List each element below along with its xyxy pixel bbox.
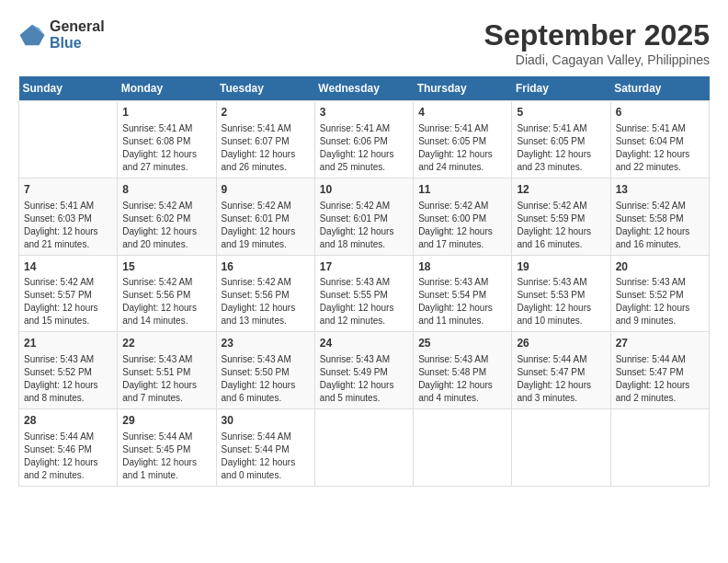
day-info: Sunrise: 5:43 AMSunset: 5:52 PMDaylight:… <box>24 353 112 405</box>
day-number: 6 <box>616 105 704 121</box>
calendar-week-1: 1Sunrise: 5:41 AMSunset: 6:08 PMDaylight… <box>19 101 710 178</box>
day-info: Sunrise: 5:41 AMSunset: 6:08 PMDaylight:… <box>122 122 210 174</box>
calendar-title: September 2025 <box>484 18 710 52</box>
day-number: 2 <box>222 105 310 121</box>
day-info: Sunrise: 5:42 AMSunset: 5:57 PMDaylight:… <box>24 276 112 327</box>
day-number: 23 <box>222 336 310 351</box>
calendar-cell: 25Sunrise: 5:43 AMSunset: 5:48 PMDayligh… <box>414 332 512 409</box>
day-number: 12 <box>517 182 605 198</box>
day-number: 17 <box>320 259 408 275</box>
calendar-week-5: 28Sunrise: 5:44 AMSunset: 5:46 PMDayligh… <box>19 409 710 487</box>
logo-icon <box>18 21 46 49</box>
calendar-cell: 9Sunrise: 5:42 AMSunset: 6:01 PMDaylight… <box>216 178 314 255</box>
calendar-cell <box>512 409 610 487</box>
calendar-cell: 7Sunrise: 5:41 AMSunset: 6:03 PMDaylight… <box>19 178 118 255</box>
day-info: Sunrise: 5:42 AMSunset: 5:56 PMDaylight:… <box>122 276 210 327</box>
logo-text: General Blue <box>50 18 105 51</box>
day-number: 19 <box>517 259 605 275</box>
day-info: Sunrise: 5:41 AMSunset: 6:05 PMDaylight:… <box>418 122 506 174</box>
day-number: 14 <box>24 259 112 275</box>
title-section: September 2025 Diadi, Cagayan Valley, Ph… <box>484 18 710 67</box>
day-number: 21 <box>24 336 112 351</box>
calendar-cell: 2Sunrise: 5:41 AMSunset: 6:07 PMDaylight… <box>216 101 314 178</box>
day-info: Sunrise: 5:43 AMSunset: 5:54 PMDaylight:… <box>418 276 506 327</box>
day-number: 4 <box>418 105 506 121</box>
header-saturday: Saturday <box>610 76 709 101</box>
calendar-cell: 22Sunrise: 5:43 AMSunset: 5:51 PMDayligh… <box>118 332 216 409</box>
calendar-body: 1Sunrise: 5:41 AMSunset: 6:08 PMDaylight… <box>19 101 710 487</box>
day-info: Sunrise: 5:43 AMSunset: 5:52 PMDaylight:… <box>616 276 704 327</box>
calendar-cell: 20Sunrise: 5:43 AMSunset: 5:52 PMDayligh… <box>610 255 709 332</box>
day-number: 13 <box>616 182 704 198</box>
calendar-cell: 4Sunrise: 5:41 AMSunset: 6:05 PMDaylight… <box>414 101 512 178</box>
calendar-cell: 29Sunrise: 5:44 AMSunset: 5:45 PMDayligh… <box>118 409 216 487</box>
day-number: 27 <box>616 336 704 351</box>
calendar-cell: 14Sunrise: 5:42 AMSunset: 5:57 PMDayligh… <box>19 255 118 332</box>
day-number: 28 <box>24 413 112 429</box>
calendar-cell <box>314 409 413 487</box>
calendar-cell: 11Sunrise: 5:42 AMSunset: 6:00 PMDayligh… <box>414 178 512 255</box>
day-number: 26 <box>517 336 605 351</box>
day-info: Sunrise: 5:44 AMSunset: 5:44 PMDaylight:… <box>222 431 310 482</box>
calendar-cell: 19Sunrise: 5:43 AMSunset: 5:53 PMDayligh… <box>512 255 610 332</box>
calendar-week-2: 7Sunrise: 5:41 AMSunset: 6:03 PMDaylight… <box>19 178 710 255</box>
calendar-cell <box>19 101 118 178</box>
day-info: Sunrise: 5:42 AMSunset: 6:00 PMDaylight:… <box>418 200 506 251</box>
header: General Blue September 2025 Diadi, Cagay… <box>18 18 710 67</box>
day-number: 22 <box>122 336 210 351</box>
day-info: Sunrise: 5:43 AMSunset: 5:49 PMDaylight:… <box>320 353 408 405</box>
header-wednesday: Wednesday <box>314 76 413 101</box>
calendar-cell: 17Sunrise: 5:43 AMSunset: 5:55 PMDayligh… <box>314 255 413 332</box>
header-row: Sunday Monday Tuesday Wednesday Thursday… <box>19 76 710 101</box>
calendar-cell: 24Sunrise: 5:43 AMSunset: 5:49 PMDayligh… <box>314 332 413 409</box>
day-number: 15 <box>122 259 210 275</box>
calendar-subtitle: Diadi, Cagayan Valley, Philippines <box>484 52 710 67</box>
day-number: 16 <box>222 259 310 275</box>
calendar-cell: 10Sunrise: 5:42 AMSunset: 6:01 PMDayligh… <box>314 178 413 255</box>
day-info: Sunrise: 5:41 AMSunset: 6:06 PMDaylight:… <box>320 122 408 174</box>
day-info: Sunrise: 5:43 AMSunset: 5:48 PMDaylight:… <box>418 353 506 405</box>
day-info: Sunrise: 5:44 AMSunset: 5:47 PMDaylight:… <box>616 353 704 405</box>
calendar-cell: 23Sunrise: 5:43 AMSunset: 5:50 PMDayligh… <box>216 332 314 409</box>
day-number: 9 <box>222 182 310 198</box>
calendar-cell: 21Sunrise: 5:43 AMSunset: 5:52 PMDayligh… <box>19 332 118 409</box>
calendar-table: Sunday Monday Tuesday Wednesday Thursday… <box>18 76 710 487</box>
header-monday: Monday <box>118 76 216 101</box>
calendar-cell: 6Sunrise: 5:41 AMSunset: 6:04 PMDaylight… <box>610 101 709 178</box>
day-number: 20 <box>616 259 704 275</box>
day-number: 7 <box>24 182 112 198</box>
day-info: Sunrise: 5:43 AMSunset: 5:55 PMDaylight:… <box>320 276 408 327</box>
calendar-cell: 15Sunrise: 5:42 AMSunset: 5:56 PMDayligh… <box>118 255 216 332</box>
day-info: Sunrise: 5:42 AMSunset: 6:01 PMDaylight:… <box>222 200 310 251</box>
day-info: Sunrise: 5:42 AMSunset: 5:56 PMDaylight:… <box>222 276 310 327</box>
logo: General Blue <box>18 18 105 51</box>
header-thursday: Thursday <box>414 76 512 101</box>
day-info: Sunrise: 5:44 AMSunset: 5:45 PMDaylight:… <box>122 431 210 482</box>
day-info: Sunrise: 5:41 AMSunset: 6:05 PMDaylight:… <box>517 122 605 174</box>
day-info: Sunrise: 5:43 AMSunset: 5:51 PMDaylight:… <box>122 353 210 405</box>
calendar-cell: 8Sunrise: 5:42 AMSunset: 6:02 PMDaylight… <box>118 178 216 255</box>
calendar-cell: 28Sunrise: 5:44 AMSunset: 5:46 PMDayligh… <box>19 409 118 487</box>
logo-blue-text: Blue <box>50 35 105 52</box>
day-number: 18 <box>418 259 506 275</box>
day-number: 10 <box>320 182 408 198</box>
calendar-week-3: 14Sunrise: 5:42 AMSunset: 5:57 PMDayligh… <box>19 255 710 332</box>
calendar-week-4: 21Sunrise: 5:43 AMSunset: 5:52 PMDayligh… <box>19 332 710 409</box>
calendar-cell: 30Sunrise: 5:44 AMSunset: 5:44 PMDayligh… <box>216 409 314 487</box>
day-number: 3 <box>320 105 408 121</box>
day-number: 11 <box>418 182 506 198</box>
calendar-cell: 13Sunrise: 5:42 AMSunset: 5:58 PMDayligh… <box>610 178 709 255</box>
calendar-cell: 12Sunrise: 5:42 AMSunset: 5:59 PMDayligh… <box>512 178 610 255</box>
day-number: 24 <box>320 336 408 351</box>
calendar-cell: 1Sunrise: 5:41 AMSunset: 6:08 PMDaylight… <box>118 101 216 178</box>
day-number: 8 <box>122 182 210 198</box>
day-number: 1 <box>122 105 210 121</box>
calendar-header: Sunday Monday Tuesday Wednesday Thursday… <box>19 76 710 101</box>
day-number: 29 <box>122 413 210 429</box>
svg-marker-0 <box>20 24 45 45</box>
day-info: Sunrise: 5:42 AMSunset: 6:02 PMDaylight:… <box>122 200 210 251</box>
day-info: Sunrise: 5:41 AMSunset: 6:07 PMDaylight:… <box>222 122 310 174</box>
calendar-cell: 18Sunrise: 5:43 AMSunset: 5:54 PMDayligh… <box>414 255 512 332</box>
day-info: Sunrise: 5:42 AMSunset: 5:59 PMDaylight:… <box>517 200 605 251</box>
header-sunday: Sunday <box>19 76 118 101</box>
